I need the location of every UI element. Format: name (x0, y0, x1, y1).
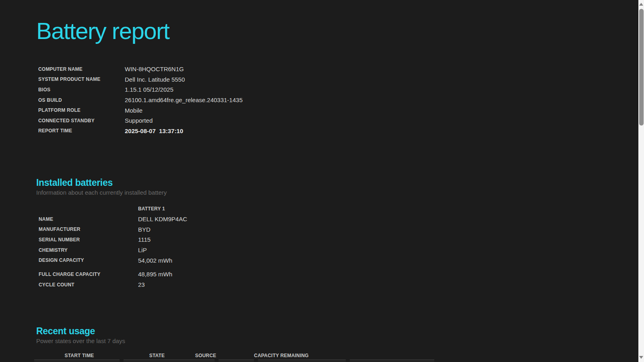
report-time-value: 2025-08-07 13:37:10 (125, 126, 243, 136)
battery-label: NAME (39, 214, 138, 224)
battery-label: CYCLE COUNT (39, 280, 138, 290)
table-row: COMPUTER NAME WIN-8HQOCTR6N1G (38, 64, 243, 74)
battery-label: MANUFACTURER (39, 224, 138, 234)
scrollbar-down-button[interactable] (638, 354, 644, 360)
table-row: PLATFORM ROLE Mobile (38, 105, 243, 115)
installed-batteries-heading: Installed batteries (36, 177, 113, 188)
battery-label: DESIGN CAPACITY (39, 255, 138, 265)
table-row: REPORT TIME 2025-08-07 13:37:10 (38, 126, 243, 136)
table-row: DESIGN CAPACITY 54,002 mWh (39, 255, 187, 265)
battery-label: FULL CHARGE CAPACITY (39, 269, 138, 280)
battery-label: SERIAL NUMBER (39, 234, 138, 245)
empty-cell (39, 204, 138, 214)
table-row: CYCLE COUNT 23 (39, 280, 187, 290)
recent-usage-row-cell (219, 360, 254, 362)
info-value: Dell Inc. Latitude 5550 (125, 74, 243, 85)
battery-value: 23 (138, 280, 187, 290)
page-title: Battery report (36, 19, 169, 43)
scrollbar-thumb[interactable] (639, 9, 644, 125)
scrollbar-up-button[interactable] (638, 1, 644, 7)
info-label: CONNECTED STANDBY (38, 115, 125, 126)
recent-usage-col-start-time: START TIME (64, 353, 94, 358)
recent-usage-row-cell (258, 360, 346, 362)
recent-usage-subtitle: Power states over the last 7 days (36, 337, 125, 345)
installed-batteries-subtitle: Information about each currently install… (36, 189, 167, 196)
battery-value: 48,895 mWh (138, 269, 187, 280)
info-value: 26100.1.amd64fre.ge_release.240331-1435 (125, 95, 243, 105)
recent-usage-col-source: SOURCE (195, 353, 217, 358)
battery-label: CHEMISTRY (39, 245, 138, 255)
info-value: WIN-8HQOCTR6N1G (125, 64, 243, 74)
recent-usage-col-capacity-remaining: CAPACITY REMAINING (254, 353, 309, 358)
battery-value: DELL KDM9P4AC (138, 214, 187, 224)
installed-batteries-table: BATTERY 1 NAME DELL KDM9P4AC MANUFACTURE… (39, 204, 187, 290)
recent-usage-row-cell (34, 360, 120, 362)
battery-value: 1115 (138, 234, 187, 245)
info-label: REPORT TIME (38, 126, 125, 136)
table-row: SYSTEM PRODUCT NAME Dell Inc. Latitude 5… (38, 74, 243, 85)
system-info-table: COMPUTER NAME WIN-8HQOCTR6N1G SYSTEM PRO… (38, 64, 243, 136)
info-label: PLATFORM ROLE (38, 105, 125, 115)
table-row: MANUFACTURER BYD (39, 224, 187, 234)
info-value: Mobile (125, 105, 243, 115)
info-value: 1.15.1 05/12/2025 (125, 84, 243, 95)
table-row: BIOS 1.15.1 05/12/2025 (38, 84, 243, 95)
vertical-scrollbar[interactable] (638, 0, 644, 362)
info-value: Supported (125, 115, 243, 126)
recent-usage-col-state: STATE (149, 353, 165, 358)
battery-value: 54,002 mWh (138, 255, 187, 265)
chevron-down-icon (639, 356, 643, 359)
table-row: FULL CHARGE CAPACITY 48,895 mWh (39, 269, 187, 280)
battery-value: LiP (138, 245, 187, 255)
info-label: COMPUTER NAME (38, 64, 125, 74)
table-row: CHEMISTRY LiP (39, 245, 187, 255)
info-label: BIOS (38, 84, 125, 95)
spacer-row (39, 265, 187, 269)
table-row: NAME DELL KDM9P4AC (39, 214, 187, 224)
info-label: OS BUILD (38, 95, 125, 105)
recent-usage-heading: Recent usage (36, 326, 95, 336)
battery-value: BYD (138, 224, 187, 234)
battery-report-page: Battery report COMPUTER NAME WIN-8HQOCTR… (0, 0, 644, 362)
table-row: CONNECTED STANDBY Supported (38, 115, 243, 126)
table-header-row: BATTERY 1 (39, 204, 187, 214)
table-row: SERIAL NUMBER 1115 (39, 234, 187, 245)
table-row: OS BUILD 26100.1.amd64fre.ge_release.240… (38, 95, 243, 105)
recent-usage-row-cell (350, 360, 434, 362)
recent-usage-row-cell (124, 360, 215, 362)
chevron-up-icon (639, 3, 643, 6)
info-label: SYSTEM PRODUCT NAME (38, 74, 125, 85)
battery-column-header: BATTERY 1 (138, 204, 187, 214)
